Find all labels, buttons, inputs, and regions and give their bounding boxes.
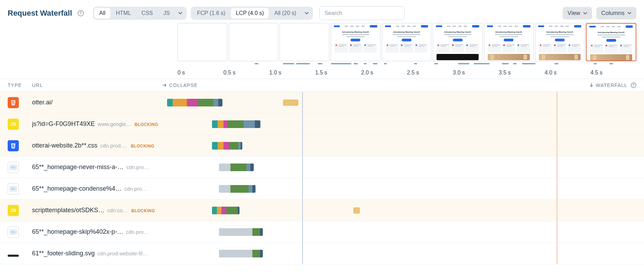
metric-filter-group: FCP (1.6 s) LCP (4.0 s) All (20 s): [191, 7, 313, 20]
type-filter-css[interactable]: CSS: [136, 8, 158, 18]
blocking-badge: BLOCKING: [131, 208, 155, 213]
css-icon: [8, 140, 32, 151]
waterfall-row[interactable]: JSjs?id=G-F0G9HT49XEwww.google…BLOCKING: [0, 113, 644, 135]
collapse-toggle[interactable]: COLLAPSE: [162, 82, 198, 88]
request-url: 61**_footer-sliding.svgcdn.prod.website-…: [32, 250, 162, 257]
lcp-marker: [557, 135, 557, 156]
view-button[interactable]: View: [563, 7, 592, 19]
filmstrip-thumb[interactable]: [178, 23, 227, 61]
timing-bar[interactable]: [219, 185, 256, 193]
column-headers: TYPE URL COLLAPSE WATERFALL ?: [0, 79, 644, 92]
waterfall-row[interactable]: 65**_homepage-skip%402x-p-…cdn.pro…: [0, 221, 644, 243]
metric-filter-fcp[interactable]: FCP (1.6 s): [192, 8, 230, 18]
page-title: Request Waterfall: [8, 9, 72, 18]
filmstrip-thumb[interactable]: [280, 23, 329, 61]
waterfall-row[interactable]: otter.ai/: [0, 92, 644, 113]
waterfall-track: [162, 113, 636, 135]
filmstrip-thumb[interactable]: Introducing Meeting GenAI: [331, 23, 380, 61]
timing-bar[interactable]: [167, 99, 222, 106]
waterfall-rows: otter.ai/JSjs?id=G-F0G9HT49XEwww.google……: [0, 92, 644, 264]
density-cell: [269, 63, 314, 65]
request-url: 65**_homepage-never-miss-a-…cdn.pro…: [32, 164, 162, 171]
filmstrip-thumb[interactable]: Introducing Meeting GenAI: [484, 23, 534, 61]
axis-tick: 4.0 s: [544, 70, 590, 76]
columns-button-label: Columns: [601, 10, 625, 17]
timing-extra: [283, 99, 298, 106]
density-cell: [408, 63, 452, 65]
waterfall-row[interactable]: 61**_footer-sliding.svgcdn.prod.website-…: [0, 243, 644, 264]
timing-bar[interactable]: [219, 228, 262, 236]
lcp-marker: [557, 157, 557, 178]
chevron-down-icon: [583, 11, 587, 15]
help-icon[interactable]: ?: [631, 82, 636, 88]
lcp-marker: [557, 178, 557, 199]
col-type[interactable]: TYPE: [8, 82, 32, 88]
metric-filter-lcp[interactable]: LCP (4.0 s): [231, 8, 269, 18]
request-url: scripttemplates/otSDKS…cdn.co…BLOCKING: [32, 207, 162, 214]
timing-bar[interactable]: [219, 250, 262, 257]
type-filter-js[interactable]: JS: [158, 8, 175, 18]
density-cell: [546, 63, 590, 65]
search-input[interactable]: [319, 6, 405, 20]
waterfall-row[interactable]: 65**_homepage-never-miss-a-…cdn.pro…: [0, 157, 644, 178]
lcp-marker: [557, 92, 557, 113]
fcp-marker: [302, 243, 303, 264]
timeline-axis: 0 s0.5 s1.0 s1.5 s2.0 s2.5 s3.0 s3.5 s4.…: [178, 70, 644, 76]
fcp-marker: [302, 157, 303, 178]
timing-bar[interactable]: [212, 120, 260, 128]
html-icon: [8, 97, 32, 108]
request-url: otterai-website.2b**.csscdn.prod.…BLOCKI…: [32, 142, 162, 149]
request-url: js?id=G-F0G9HT49XEwww.google…BLOCKING: [32, 120, 162, 128]
filmstrip: Introducing Meeting GenAI Introducing Me…: [178, 23, 644, 65]
waterfall-track: [162, 135, 636, 156]
density-cell: [454, 63, 498, 65]
axis-tick: 2.0 s: [361, 70, 407, 76]
blocking-badge: BLOCKING: [134, 122, 158, 127]
img-icon: [8, 183, 32, 194]
density-cell: [223, 63, 268, 65]
arrow-down-icon: [589, 83, 594, 88]
timing-bar[interactable]: [212, 207, 239, 214]
fcp-marker: [302, 92, 303, 113]
type-filter-html[interactable]: HTML: [111, 8, 136, 18]
density-cell: [592, 63, 636, 65]
axis-tick: 4.5 s: [590, 70, 636, 76]
col-waterfall[interactable]: WATERFALL ?: [589, 82, 636, 88]
axis-tick: 3.0 s: [453, 70, 499, 76]
axis-tick: 0 s: [178, 70, 223, 76]
type-filter-group: All HTML CSS JS: [93, 7, 187, 20]
col-url[interactable]: URL: [32, 82, 162, 88]
fcp-marker: [302, 113, 303, 135]
waterfall-label: WATERFALL: [596, 82, 627, 88]
waterfall-track: [162, 92, 636, 113]
waterfall-row[interactable]: otterai-website.2b**.csscdn.prod.…BLOCKI…: [0, 135, 644, 157]
waterfall-track: [162, 243, 636, 264]
img-icon: [8, 226, 32, 238]
blocking-badge: BLOCKING: [131, 144, 155, 149]
type-filter-more-icon[interactable]: [175, 11, 185, 15]
waterfall-track: [162, 200, 636, 221]
columns-button[interactable]: Columns: [596, 7, 636, 19]
density-cell: [178, 63, 222, 65]
waterfall-row[interactable]: JSscripttemplates/otSDKS…cdn.co…BLOCKING: [0, 200, 644, 221]
filmstrip-thumb[interactable]: [229, 23, 278, 61]
img-icon: [8, 162, 32, 173]
timing-extra: [353, 207, 360, 214]
lcp-marker: [557, 221, 557, 242]
timing-bar[interactable]: [219, 164, 253, 171]
filmstrip-thumb[interactable]: Introducing Meeting GenAI: [535, 23, 585, 61]
filmstrip-thumb[interactable]: Introducing Meeting GenAI: [382, 23, 432, 61]
filmstrip-thumb[interactable]: Introducing Meeting GenAI: [433, 23, 482, 61]
help-icon[interactable]: ?: [78, 10, 84, 16]
type-filter-all[interactable]: All: [94, 8, 110, 18]
timing-bar[interactable]: [212, 142, 242, 150]
waterfall-row[interactable]: 65**_homepage-condense%4…cdn.pro…: [0, 178, 644, 200]
filmstrip-thumb[interactable]: Introducing Meeting GenAI: [586, 23, 636, 61]
js-icon: JS: [8, 205, 32, 216]
request-url: 65**_homepage-skip%402x-p-…cdn.pro…: [32, 228, 162, 236]
metric-filter-all[interactable]: All (20 s): [269, 8, 301, 18]
js-icon: JS: [8, 119, 32, 130]
waterfall-header: Request Waterfall ? All HTML CSS JS FCP …: [0, 0, 644, 23]
request-url: 65**_homepage-condense%4…cdn.pro…: [32, 185, 162, 192]
metric-filter-more-icon[interactable]: [302, 11, 312, 15]
